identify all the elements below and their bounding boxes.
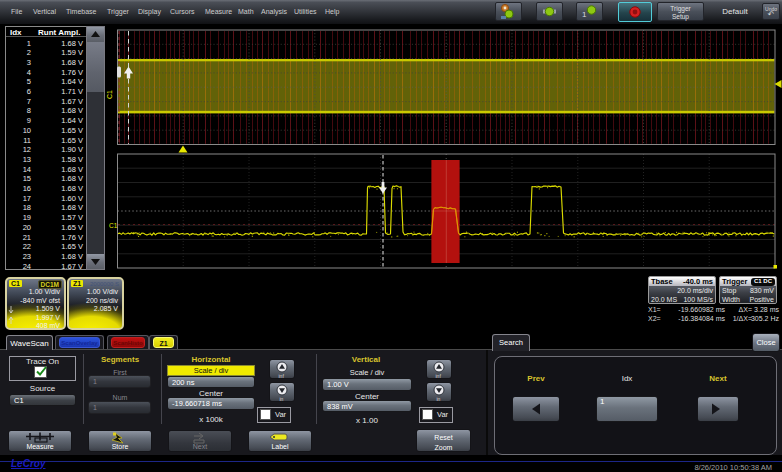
svg-text:Store: Store (112, 443, 129, 450)
svg-text:inf: inf (436, 373, 442, 379)
svg-text:Measure: Measure (26, 443, 53, 450)
svg-text:Label: Label (271, 443, 289, 450)
svg-text:C1: C1 (109, 222, 118, 229)
svg-text:Next: Next (193, 443, 207, 450)
svg-text:in: in (437, 396, 441, 402)
svg-text:C1: C1 (106, 90, 113, 99)
svg-text:in: in (280, 396, 284, 402)
svg-text:inf: inf (279, 373, 285, 379)
